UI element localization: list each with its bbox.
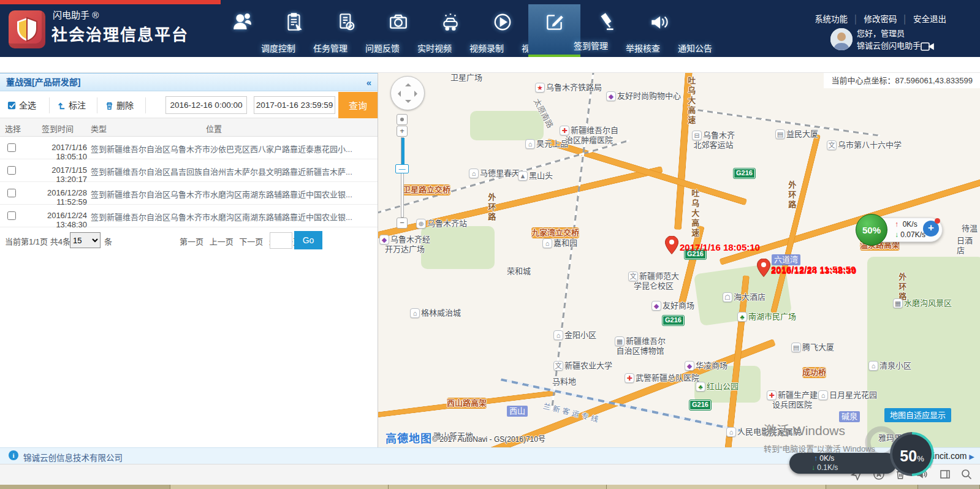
mark-button[interactable]: 标注 [57,96,86,115]
nav-item-report-check[interactable]: 举报核查 [580,4,632,57]
row-type: 签到新疆维吾尔自治区乌鲁木齐市水磨沟区南湖东路辅路靠近中国农业银... [91,188,375,200]
map-label: ◆友好时尚购物中心 [606,91,681,101]
map-label-text: 乌鲁木齐经 开万达广场 [385,235,430,254]
map-label: ⌂马德里春天 [469,169,520,178]
map-label-text: 卫星路立交桥 [403,185,450,194]
map-label: 吐乌大高速 [689,189,699,238]
link-change-password[interactable]: 修改密码 [864,15,897,24]
map-label: ♣南湖市民广场 [737,312,796,322]
row-checkbox[interactable] [7,189,16,197]
map-label: 待温 [962,224,978,233]
map-locate-button[interactable] [397,114,408,125]
checkin-map-pin[interactable] [665,236,678,257]
link-safe-logout[interactable]: 安全退出 [913,15,946,24]
page-next-link[interactable]: 下一页 [239,237,263,246]
delete-label: 删除 [116,100,134,110]
map-label: 卫星广场 [450,73,482,83]
page-number-input[interactable] [270,232,292,249]
map-label: 文乌市第八十六中学 [827,140,902,150]
poi-icon: ▦ [615,336,625,346]
zoom-out-button[interactable]: − [397,218,408,229]
nav-item-checkin[interactable]: 签到管理 [528,4,580,57]
date-from-input[interactable] [165,96,247,114]
video-camera-icon[interactable] [921,42,934,54]
download-speed: ↓ 0.1K/s [811,463,838,472]
row-checkbox[interactable] [7,211,16,220]
greeting-line2: 锦诚云创闪电助手 [857,40,921,52]
row-checkbox[interactable] [7,143,16,152]
page-size-select[interactable]: 15 [70,232,101,248]
upload-speed: ↑ 0K/s [895,220,917,229]
pan-right-icon[interactable] [414,91,420,97]
link-system-functions[interactable]: 系统功能 [815,15,848,24]
poi-icon: ✚ [767,390,777,400]
pan-left-icon[interactable] [395,91,401,97]
map-label: G216 [689,400,711,410]
map-label: ▤腾飞大厦 [791,343,834,352]
poi-icon: ◆ [606,91,616,101]
poi-icon: ◆ [651,301,661,311]
delete-button[interactable]: 删除 [105,96,134,115]
map-label: ◆友好商场 [651,301,694,311]
nav-item-video-push[interactable]: 视频推送 [476,4,528,57]
date-to-input[interactable] [254,96,335,114]
map-label: ◆乌鲁木齐经 开万达广场 [379,235,430,255]
page-prev-link[interactable]: 上一页 [210,237,234,246]
map-label-text: 吐乌大高速 [690,189,699,238]
map-label-text: 友好时尚购物中心 [617,91,681,100]
map-label-text: 日月星光花园 [829,390,877,400]
map-label: 西山路高架 [447,398,487,409]
map-label: 外环路 [897,273,906,302]
poi-icon: ⌂ [818,390,828,400]
checkin-map-pin[interactable] [757,259,770,279]
table-row: 2016/12/24 13:48:30 签到新疆维吾尔自治区乌鲁木齐市水磨沟区南… [0,205,378,227]
map-label-text: 吐乌大高速 [686,77,696,126]
speed-ball-top[interactable]: 50% [856,214,887,246]
nav-item-video-record[interactable]: 视频录制 [424,4,476,57]
pan-down-icon[interactable] [405,100,411,106]
map-label: 外环路 [486,193,496,222]
map-label-text: 嘉和园 [553,238,577,248]
pan-up-icon[interactable] [405,80,411,86]
nav-item-feedback[interactable]: 问题反馈 [320,4,372,57]
map-label: G216 [663,316,684,325]
map-highway [770,134,821,314]
nav-item-tasks[interactable]: 任务管理 [268,4,320,57]
panel-toolbar: 全选 标注 删除 查询 [0,92,378,118]
search-icon[interactable] [960,468,973,483]
row-time: 2016/12/24 13:48:30 [21,211,87,229]
nav-item-notice[interactable]: 通知公告 [632,4,685,57]
map-label: 吐乌大高速 [686,77,696,126]
page-first-link[interactable]: 第一页 [180,237,203,246]
map-label: ⊕乌鲁木齐站 [416,219,467,229]
poi-icon: ⌂ [410,308,420,318]
map-label-text: 新疆农业大学 [564,361,612,370]
speed-widget-bottom[interactable]: ↑ 0K/s ↓ 0.1K/s [789,453,897,474]
zoom-in-button[interactable]: + [397,126,408,137]
map-label-text: 待温 [962,224,978,233]
map-canvas[interactable]: 卫星广场 ★乌鲁木齐铁路局 ◆友好时尚购物中心 吐乌大高速 太原南路 ⌂昊元上品… [378,73,980,447]
map-label-text: 清泉小区 [879,361,911,370]
footer-site-link[interactable]: jincit.com ▶ [931,451,974,461]
query-button[interactable]: 查询 [338,92,378,118]
nav-item-dispatch[interactable]: 调度控制 [216,4,268,57]
map-label: ◆华凌商场 [685,361,727,371]
poi-icon: ⌂ [553,330,563,340]
collapse-panel-icon[interactable]: « [367,74,371,91]
map-pan-control[interactable] [390,76,425,110]
zoom-slider-handle[interactable]: — [395,164,409,173]
map-label-text: 海大酒店 [734,292,765,301]
map-label-text: G216 [692,401,708,408]
map-label: 马料地 [552,377,576,387]
pagination-bar: 当前第1/1页 共4条 每页 15 条 第一页 上一页 下一页 最后一页 Go [0,227,378,252]
nav-item-live-video[interactable]: 实时视频 [372,4,424,57]
go-button[interactable]: Go [294,231,322,249]
map-label-text: 友好商场 [663,301,694,310]
info-icon: i [9,450,18,460]
row-checkbox[interactable] [7,166,16,175]
speed-percent: 50% [890,436,934,480]
map-label: 九家湾立交桥 [531,227,579,238]
select-all-button[interactable]: 全选 [7,96,36,115]
header-links: 系统功能│修改密码│安全退出 [815,12,946,25]
map-label: ★乌鲁木齐铁路局 [535,83,602,93]
